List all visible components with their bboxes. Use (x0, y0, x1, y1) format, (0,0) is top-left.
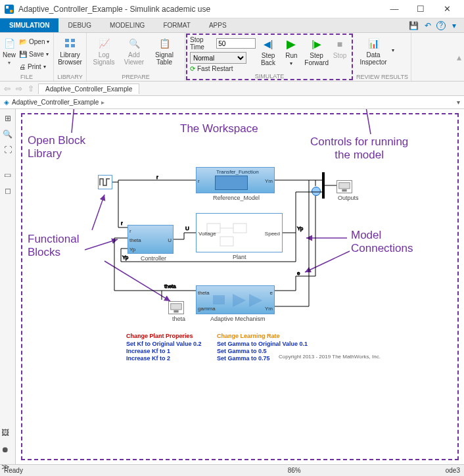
svg-rect-1 (6, 6, 9, 9)
svg-text:U: U (185, 226, 189, 231)
status-solver[interactable]: ode3 (446, 467, 460, 474)
collapse-ribbon-icon[interactable]: ▾ (448, 20, 460, 32)
wires: r r U Yp Yp e theta (16, 109, 463, 333)
open-icon: 📂 (19, 38, 27, 45)
minimize-button[interactable]: — (381, 0, 407, 18)
nav-fwd-icon[interactable]: ⇨ (14, 84, 24, 93)
group-library: Library Browser LIBRARY (54, 33, 87, 81)
breadcrumb-root[interactable]: Adaptive_Controller_Example (12, 99, 99, 106)
model-tab[interactable]: Adaptive_Controller_Example (38, 83, 139, 94)
tool-palette: ⊞ 🔍 ⛶ ▭ ◻ 🖼 ⏺ ≫ (0, 109, 16, 464)
data-inspector-button[interactable]: 📊 Data Inspector (356, 34, 390, 73)
annotation-icon[interactable]: ◻ (3, 185, 13, 196)
step-back-button[interactable]: ◀| Step Back (257, 35, 279, 72)
stoptime-label: Stop Time (190, 36, 214, 51)
svg-text:Yp: Yp (297, 226, 304, 231)
titlebar: Adaptive_Controller_Example - Simulink a… (0, 0, 464, 18)
svg-rect-3 (65, 39, 69, 42)
svg-rect-2 (10, 10, 12, 12)
fast-restart-icon: ⟳ (190, 65, 195, 72)
footer-copyright: Copyright 2013 - 2019 The MathWorks, Inc… (279, 354, 381, 360)
tab-apps[interactable]: APPS (200, 18, 236, 32)
status-bar: Ready 86% ode3 (0, 464, 464, 476)
ribbon-expand-icon[interactable]: ▴ (411, 33, 464, 81)
svg-text:r: r (121, 220, 123, 226)
viewer-icon: 🔍 (128, 37, 141, 50)
run-icon: ▶ (285, 37, 298, 51)
maximize-button[interactable]: ☐ (407, 0, 434, 18)
footer-lr-link1[interactable]: Set Gamma to Original Value 0.1 (217, 341, 308, 347)
fast-restart-button[interactable]: Fast Restart (197, 65, 233, 72)
fit-icon[interactable]: ⛶ (3, 145, 13, 155)
gear-icon[interactable]: ≫ (0, 462, 11, 472)
breadcrumb-arrow-icon: ▸ (101, 99, 104, 106)
image-icon[interactable]: 🖼 (0, 427, 11, 438)
stop-button[interactable]: ■ Stop (331, 35, 349, 72)
undo-icon[interactable]: ↶ (422, 20, 434, 32)
group-prepare: 📈 Log Signals 🔍 Add Viewer 📋 Signal Tabl… (87, 33, 185, 81)
hide-icon[interactable]: ▭ (3, 170, 13, 180)
close-button[interactable]: ✕ (434, 0, 460, 18)
svg-text:theta: theta (164, 283, 176, 289)
log-signals-button[interactable]: 📈 Log Signals (89, 34, 118, 73)
model-icon: ◈ (4, 99, 9, 106)
stoptime-input[interactable] (216, 38, 256, 49)
add-viewer-button[interactable]: 🔍 Add Viewer (120, 34, 149, 73)
canvas[interactable]: The Workspace Open Block Library Control… (16, 109, 464, 464)
model-tab-bar: ⇦ ⇨ ⇧ Adaptive_Controller_Example (0, 82, 464, 96)
breadcrumb: ◈ Adaptive_Controller_Example ▸ ▾ (0, 96, 464, 109)
library-icon (64, 37, 77, 50)
svg-text:e: e (297, 270, 300, 276)
group-file: 📄 New ▾ 📂Open▾ 💾Save▾ 🖨Print▾ FILE (0, 33, 54, 81)
nav-back-icon[interactable]: ⇦ (3, 84, 12, 93)
nav-up-icon[interactable]: ⇧ (26, 84, 35, 93)
status-zoom[interactable]: 86% (288, 467, 301, 474)
app-icon (4, 4, 14, 14)
new-icon: 📄 (3, 37, 16, 50)
log-signals-icon: 📈 (97, 37, 110, 50)
open-button[interactable]: 📂Open▾ (17, 36, 51, 47)
record-icon[interactable]: ⏺ (0, 444, 11, 455)
save-quick-icon[interactable]: 💾 (407, 20, 419, 32)
library-browser-button[interactable]: Library Browser (57, 34, 83, 73)
help-icon[interactable]: ? (436, 21, 446, 30)
footer-lr-header: Change Learning Rate (217, 333, 280, 339)
footer-plant-link3[interactable]: Increase Kf to 2 (126, 355, 170, 362)
dropdown-icon[interactable]: ▾ (457, 99, 460, 106)
step-forward-button[interactable]: |▶ Step Forward (304, 35, 329, 72)
tab-modeling[interactable]: MODELING (101, 18, 154, 32)
svg-rect-6 (71, 44, 75, 47)
main-area: ⊞ 🔍 ⛶ ▭ ◻ 🖼 ⏺ ≫ The Workspace Open Block… (0, 109, 464, 464)
tab-debug[interactable]: DEBUG (58, 18, 101, 32)
print-button[interactable]: 🖨Print▾ (17, 60, 51, 72)
footer-lr-link3[interactable]: Set Gamma to 0.75 (217, 355, 270, 362)
footer-plant-link2[interactable]: Increase Kf to 1 (126, 348, 170, 354)
window-title: Adaptive_Controller_Example - Simulink a… (18, 5, 381, 14)
step-forward-icon: |▶ (310, 37, 323, 51)
save-button[interactable]: 💾Save▾ (17, 48, 51, 60)
explorer-icon[interactable]: ⊞ (3, 113, 13, 124)
group-review: 📊 Data Inspector ▾ REVIEW RESULTS (354, 33, 411, 81)
step-back-icon: ◀| (262, 37, 275, 51)
tab-format[interactable]: FORMAT (154, 18, 199, 32)
tab-simulation[interactable]: SIMULATION (0, 18, 58, 32)
footer-plant-link1[interactable]: Set Kf to Original Value 0.2 (126, 341, 202, 347)
data-inspector-icon: 📊 (367, 37, 380, 50)
new-button[interactable]: 📄 New ▾ (3, 34, 16, 73)
save-icon: 💾 (19, 51, 27, 58)
footer-lr-link2[interactable]: Set Gamma to 0.5 (217, 348, 267, 354)
sim-mode-select[interactable]: Normal (190, 52, 246, 64)
footer-plant-header: Change Plant Properies (126, 333, 193, 339)
print-icon: 🖨 (19, 63, 26, 70)
run-button[interactable]: ▶ Run ▾ (281, 35, 302, 72)
stop-icon: ■ (333, 37, 346, 51)
group-simulate: Stop Time Normal ⟳ Fast Restart ◀| Step … (186, 34, 353, 80)
signal-table-icon: 📋 (158, 37, 171, 50)
signal-table-button[interactable]: 📋 Signal Table (150, 34, 179, 73)
ribbon: 📄 New ▾ 📂Open▾ 💾Save▾ 🖨Print▾ FILE Libra… (0, 33, 464, 82)
svg-text:Yp: Yp (122, 254, 129, 260)
zoom-icon[interactable]: 🔍 (3, 129, 13, 139)
svg-text:r: r (156, 174, 158, 180)
ribbon-tabs: SIMULATION DEBUG MODELING FORMAT APPS 💾 … (0, 18, 464, 33)
svg-rect-4 (71, 39, 75, 42)
